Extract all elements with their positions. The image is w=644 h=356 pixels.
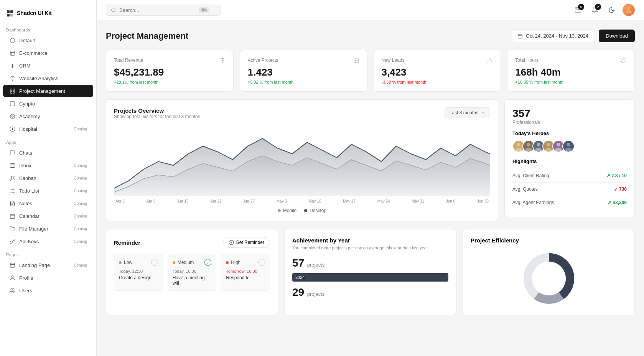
sidebar-item-file-manager[interactable]: File ManagerComing <box>3 222 93 235</box>
sidebar-item-notes[interactable]: NotesComing <box>3 197 93 209</box>
legend-desktop-label: Desktop <box>310 208 326 213</box>
sidebar-item-project-management[interactable]: Project Management <box>3 85 93 97</box>
sidebar-item-label-default: Default <box>19 38 35 43</box>
search-kbd: ⌘k <box>199 7 209 13</box>
sidebar-item-label-calendar: Calendar <box>19 213 40 219</box>
set-reminder-button[interactable]: Set Reminder <box>223 237 270 248</box>
bar-chart-icon <box>9 63 15 69</box>
search-box[interactable]: ⌘k <box>106 5 221 16</box>
highlight-label-0: Avg. Client Rating <box>512 173 549 178</box>
reminder-priority-high: High Tomorrow, 16:30 Respond to <box>221 254 270 291</box>
achievement-title: Achievement by Year <box>292 237 448 244</box>
heroes-title: Today's Heroes <box>512 130 627 136</box>
sidebar-item-website-analytics[interactable]: Website Analytics <box>3 72 93 84</box>
svg-point-48 <box>517 143 520 147</box>
professionals-label: Professionals <box>512 120 627 125</box>
priority-dot-0 <box>119 261 122 264</box>
coming-badge-landing-page: Coming <box>74 263 87 267</box>
content-area: Project Management Oct 24, 2024 - Nov 13… <box>97 20 644 356</box>
sidebar-item-inbox[interactable]: InboxComing <box>3 159 93 171</box>
grid-icon <box>9 88 15 94</box>
sidebar-item-hospital[interactable]: HospitalComing <box>3 123 93 135</box>
professionals-count: 357 <box>512 107 627 120</box>
achievement-last-unit: projects <box>307 291 325 297</box>
sidebar-item-ecommerce[interactable]: E-commerce <box>3 47 93 59</box>
sidebar-item-cyripto[interactable]: Cyripto <box>3 97 93 110</box>
sidebar-item-landing-page[interactable]: Landing PageComing <box>3 259 93 271</box>
stat-change-2: -3.58 % from last month <box>382 80 493 84</box>
sidebar-item-crm[interactable]: CRM <box>3 59 93 72</box>
chart-legend: Mobile Desktop <box>114 208 490 213</box>
user-avatar[interactable] <box>623 4 635 16</box>
sidebar-item-label-academy: Academy <box>19 114 40 119</box>
reminder-grid: Low Today, 12:30 Create a design Medium … <box>114 254 270 291</box>
highlight-value-1: ↙ 730 <box>614 186 627 192</box>
check-icon-0[interactable] <box>151 259 158 266</box>
svg-point-50 <box>537 143 540 147</box>
profile-icon <box>9 275 15 281</box>
chart-x-label: Apr 9 <box>147 199 156 203</box>
sidebar-item-chats[interactable]: Chats <box>3 147 93 159</box>
sidebar-item-api-keys[interactable]: Api KeysComing <box>3 235 93 247</box>
svg-point-17 <box>10 114 14 118</box>
chart-subtitle: Showing total visitors for the last 3 mo… <box>114 114 200 119</box>
search-input[interactable] <box>119 7 196 13</box>
mail-button[interactable]: 5 <box>572 4 584 16</box>
sidebar-item-default[interactable]: Default <box>3 34 93 46</box>
svg-point-36 <box>12 275 13 277</box>
priority-dot-2 <box>226 261 229 264</box>
svg-point-37 <box>11 288 13 290</box>
bottom-row: Reminder Set Reminder Low Today, 12:30 C… <box>106 229 635 315</box>
highlight-value-0: ↗ 7.8 / 10 <box>606 173 627 178</box>
priority-label-2: High <box>231 260 240 265</box>
achievement-subtitle: You completed more projects per day on a… <box>292 245 448 251</box>
sidebar-item-label-todo-list: Todo List <box>19 188 39 194</box>
sidebar-item-label-inbox: Inbox <box>19 163 31 168</box>
hero-avatar-6 <box>562 140 575 152</box>
check-icon-1[interactable]: ✓ <box>204 259 211 266</box>
page-header: Project Management Oct 24, 2024 - Nov 13… <box>106 30 635 42</box>
theme-toggle[interactable] <box>606 4 618 16</box>
sidebar-item-profile[interactable]: Profile <box>3 272 93 284</box>
efficiency-title: Project Efficiency <box>471 237 519 244</box>
time-filter-button[interactable]: Last 3 months <box>445 107 490 118</box>
svg-point-18 <box>12 115 13 117</box>
sidebar-item-label-api-keys: Api Keys <box>19 239 39 244</box>
svg-rect-15 <box>13 91 14 93</box>
highlight-label-1: Avg. Quotes <box>512 186 538 192</box>
sidebar-item-academy[interactable]: Academy <box>3 110 93 122</box>
stat-card-3: Total Hours 168h 40m +10.35 % from last … <box>507 50 635 92</box>
download-button[interactable]: Download <box>599 30 635 42</box>
svg-point-38 <box>112 8 115 12</box>
sidebar: Shadcn UI Kit DashboardsDefaultE-commerc… <box>0 0 97 356</box>
date-range-button[interactable]: Oct 24, 2024 - Nov 13, 2024 <box>512 30 594 42</box>
topbar: ⌘k 5 2 <box>97 0 644 20</box>
sidebar-item-label-ecommerce: E-commerce <box>19 50 48 56</box>
priority-label-0: Low <box>124 260 132 265</box>
date-range-text: Oct 24, 2024 - Nov 13, 2024 <box>526 33 588 39</box>
folder-icon <box>9 226 15 232</box>
highlight-row-0: Avg. Client Rating ↗ 7.8 / 10 <box>512 169 627 182</box>
bell-button[interactable]: 2 <box>589 4 601 16</box>
achievement-current-unit: projects <box>307 262 325 268</box>
sidebar-item-kanban[interactable]: KanbanComing <box>3 172 93 184</box>
reminder-desc-0: Create a design <box>119 275 158 280</box>
coming-badge-todo-list: Coming <box>74 189 87 193</box>
sidebar-item-label-kanban: Kanban <box>19 175 36 181</box>
sidebar-item-calendar[interactable]: CalendarComing <box>3 210 93 222</box>
stat-label-0: Total Revenue <box>114 57 226 63</box>
stat-label-2: New Leads <box>382 57 493 63</box>
sidebar-item-users[interactable]: Users <box>3 284 93 297</box>
logo-icon <box>6 9 14 17</box>
sidebar-item-label-landing-page: Landing Page <box>19 262 50 268</box>
sidebar-item-todo-list[interactable]: Todo ListComing <box>3 185 93 197</box>
chart-x-label: Apr 15 <box>177 199 188 203</box>
reminder-card: Reminder Set Reminder Low Today, 12:30 C… <box>106 229 278 315</box>
main-area: ⌘k 5 2 Project Manag <box>97 0 644 356</box>
stat-label-1: Active Projects <box>248 57 359 63</box>
svg-rect-14 <box>10 91 12 93</box>
check-icon-2[interactable] <box>258 259 265 266</box>
right-panel: 357 Professionals Today's Heroes <box>504 99 635 221</box>
highlights-title: Highlights <box>512 158 627 164</box>
chart-x-labels: Apr 3Apr 9Apr 15Apr 21Apr 27May 3May 10M… <box>114 199 490 203</box>
